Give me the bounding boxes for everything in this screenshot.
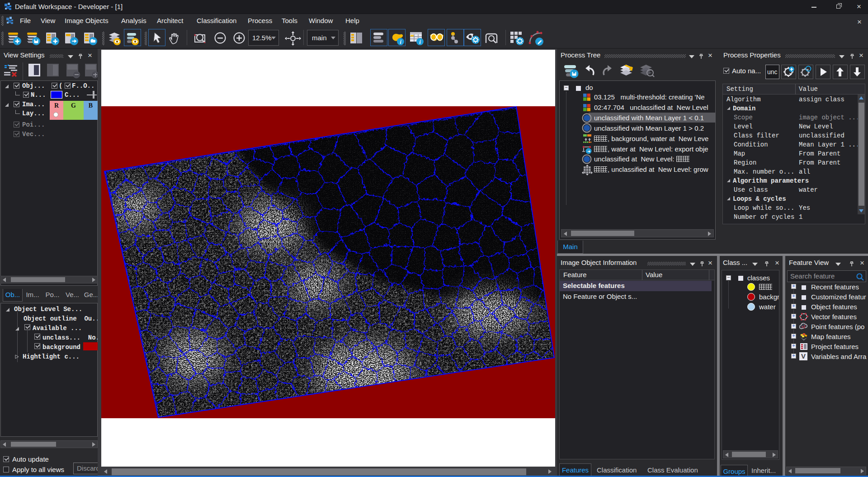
svg-text:i: i: [400, 38, 401, 45]
svg-text:i: i: [419, 38, 421, 45]
